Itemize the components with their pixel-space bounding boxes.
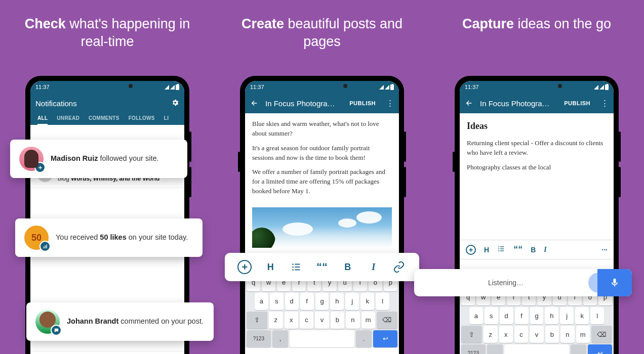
key-shift[interactable]: ⇧: [461, 326, 482, 343]
quote-icon[interactable]: ““: [315, 260, 329, 274]
phone-mock-2: 11:37 In Focus Photogra… PUBLISH ⋮ Blue …: [240, 76, 404, 354]
svg-point-12: [498, 246, 499, 247]
list-icon[interactable]: [289, 260, 303, 274]
paragraph: Photography classes at the local: [467, 163, 607, 172]
svg-rect-4: [45, 245, 45, 248]
more-icon[interactable]: ⋮: [600, 99, 609, 108]
notification-text: You received 50 likes on your site today…: [56, 233, 188, 243]
key-f[interactable]: f: [300, 293, 314, 310]
headline-check: Check what's happening in real-time: [0, 15, 215, 51]
tab-follows[interactable]: FOLLOWS: [129, 115, 155, 125]
headline-create: Create beautiful posts and pages: [215, 15, 429, 51]
nav-mysite[interactable]: My site: [30, 351, 82, 354]
list-icon[interactable]: [497, 245, 505, 254]
nav-notifications[interactable]: Notifications: [133, 351, 184, 354]
svg-rect-7: [295, 264, 300, 265]
quote-icon[interactable]: ““: [513, 244, 522, 255]
key-enter[interactable]: ↩: [588, 344, 612, 354]
post-image[interactable]: [252, 207, 392, 248]
key-c[interactable]: c: [300, 312, 313, 329]
status-time: 11:37: [250, 84, 264, 90]
notification-card-comment[interactable]: Johann Brandt commented on your post.: [26, 302, 214, 341]
svg-rect-11: [295, 270, 300, 271]
add-icon: [34, 162, 46, 173]
key-k[interactable]: k: [360, 293, 374, 310]
more-icon[interactable]: ⋮: [386, 99, 394, 108]
post-heading: Ideas: [467, 119, 607, 132]
key-l[interactable]: l: [376, 293, 389, 310]
more-tools-icon[interactable]: ···: [601, 246, 608, 254]
svg-point-14: [498, 248, 499, 249]
svg-rect-15: [500, 248, 504, 249]
tab-all[interactable]: ALL: [37, 115, 48, 125]
key-g[interactable]: g: [315, 293, 329, 310]
notification-text: Johann Brandt commented on your post.: [67, 317, 204, 327]
key-comma[interactable]: ,: [272, 330, 289, 347]
key-period[interactable]: .: [356, 330, 372, 347]
tab-comments[interactable]: COMMENTS: [89, 115, 119, 125]
tab-unread[interactable]: UNREAD: [57, 115, 79, 125]
post-title: In Focus Photogra…: [480, 99, 557, 108]
svg-rect-13: [500, 246, 504, 247]
key-b[interactable]: b: [331, 312, 344, 329]
key-s[interactable]: s: [270, 293, 284, 310]
key-n[interactable]: n: [346, 312, 359, 329]
wifi-icon: [170, 85, 175, 90]
svg-rect-3: [43, 246, 44, 248]
bold-icon[interactable]: B: [341, 260, 355, 274]
notification-card-likes[interactable]: 50 You received 50 likes on your site to…: [15, 218, 203, 257]
settings-icon[interactable]: [171, 99, 179, 108]
key-symbols[interactable]: ?123: [247, 330, 271, 347]
key-enter[interactable]: ↩: [373, 330, 397, 347]
voice-input-bar: Listening…: [414, 269, 632, 296]
paragraph: Blue skies and warm weather, what's not …: [252, 119, 392, 139]
key-space[interactable]: [504, 344, 569, 354]
publish-button[interactable]: PUBLISH: [564, 100, 590, 106]
key-shift[interactable]: ⇧: [247, 312, 267, 329]
key-backspace[interactable]: ⌫: [377, 312, 397, 329]
bottom-nav: My site Reader Notifications: [30, 351, 184, 354]
add-block-icon[interactable]: +: [237, 260, 252, 274]
status-bar: 11:37: [460, 81, 614, 93]
key-v[interactable]: v: [315, 312, 329, 329]
key-h[interactable]: h: [330, 293, 344, 310]
app-bar: In Focus Photogra… PUBLISH ⋮: [245, 93, 399, 113]
italic-icon[interactable]: I: [544, 246, 546, 254]
bold-icon[interactable]: B: [531, 246, 536, 254]
heading-icon[interactable]: H: [484, 246, 489, 254]
back-icon[interactable]: [465, 99, 473, 107]
signal-icon: [165, 85, 169, 90]
headline-capture: Capture ideas on the go: [429, 15, 644, 33]
back-icon[interactable]: [250, 99, 258, 107]
post-editor[interactable]: Ideas Returning client special - Offer a…: [460, 113, 614, 240]
tab-likes[interactable]: LI: [164, 115, 169, 125]
key-j[interactable]: j: [345, 293, 359, 310]
key-m[interactable]: m: [361, 312, 375, 329]
comment-icon: [51, 325, 62, 336]
key-symbols[interactable]: ?123: [461, 344, 486, 354]
post-editor[interactable]: Blue skies and warm weather, what's not …: [245, 113, 399, 207]
stats-icon: [39, 241, 51, 252]
key-x[interactable]: x: [285, 312, 298, 329]
link-icon[interactable]: [392, 260, 406, 274]
publish-button[interactable]: PUBLISH: [349, 100, 376, 106]
svg-point-6: [292, 263, 294, 265]
post-title: In Focus Photogra…: [265, 99, 342, 108]
key-space[interactable]: [290, 330, 354, 347]
heading-icon[interactable]: H: [263, 260, 277, 274]
app-bar: Notifications: [30, 93, 184, 113]
key-z[interactable]: z: [269, 312, 283, 329]
nav-reader[interactable]: Reader: [82, 351, 133, 354]
editor-toolbar: + H ““ B I: [225, 253, 419, 281]
mic-button[interactable]: [597, 269, 632, 296]
add-block-icon[interactable]: +: [466, 245, 476, 255]
paragraph: We offer a number of family portrait pac…: [252, 167, 392, 196]
key-d[interactable]: d: [285, 293, 299, 310]
key-a[interactable]: a: [255, 293, 268, 310]
paragraph: Returning client special - Offer a disco…: [467, 139, 607, 158]
key-backspace[interactable]: ⌫: [591, 326, 612, 343]
editor-toolbar-inline: + H ““ B I ···: [460, 240, 614, 259]
app-bar: In Focus Photogra… PUBLISH ⋮: [460, 93, 614, 113]
notification-card-follow[interactable]: Madison Ruiz followed your site.: [10, 140, 187, 178]
italic-icon[interactable]: I: [367, 260, 381, 274]
